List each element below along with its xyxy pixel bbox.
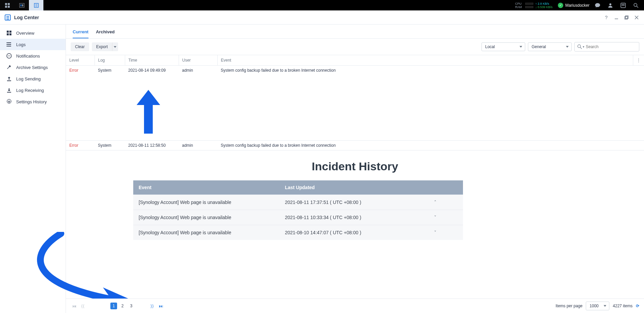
refresh-icon[interactable]: ⟳ [636,304,639,308]
svg-point-34 [9,56,9,56]
col-time[interactable]: Time [125,55,179,66]
svg-rect-2 [5,6,7,8]
svg-point-15 [634,3,637,6]
svg-rect-24 [7,33,9,35]
last-page-button[interactable]: ⏭ [157,303,164,309]
svg-point-38 [8,101,10,102]
wrench-icon [6,64,12,70]
close-button[interactable] [634,15,639,20]
svg-rect-1 [8,3,10,5]
log-table: Level Log Time User Event ⋮ Error System… [66,55,644,150]
incident-col-updated: Last Updated [280,180,407,195]
page-2[interactable]: 2 [119,303,126,309]
category-select[interactable]: General [528,42,572,51]
incident-table: Event Last Updated [Synology Account] We… [133,180,463,240]
chat-icon[interactable] [593,1,602,10]
widgets-icon[interactable] [618,1,628,10]
sidebar-item-logs[interactable]: Logs [0,39,66,50]
gear-icon [6,99,12,105]
svg-rect-4 [20,3,24,7]
col-level[interactable]: Level [66,55,95,66]
system-topbar: CPU↑ 2.8 KB/s RAM↓ 0.539 KB/s ✓ Mariusdo… [0,0,644,10]
download-icon [6,87,12,93]
notifications-icon [6,53,12,59]
svg-point-33 [8,56,8,56]
svg-rect-25 [9,33,11,35]
svg-rect-3 [8,6,10,8]
svg-point-35 [10,56,10,56]
export-button[interactable]: Export [92,42,112,51]
page-3[interactable]: 3 [128,303,135,309]
total-items: 4227 items [613,304,633,308]
taskbar-app-logcenter-active[interactable] [29,0,43,10]
svg-rect-37 [7,92,11,93]
page-1[interactable]: 1 [110,303,117,309]
svg-rect-13 [622,4,625,5]
col-log[interactable]: Log [95,55,125,66]
search-caret-icon: ▾ [583,45,584,48]
chevron-down-icon: ˅ [407,225,463,240]
minimize-button[interactable] [614,15,619,20]
svg-rect-22 [7,31,9,33]
sidebar: Overview Logs Notifications Archive Sett… [0,25,66,313]
sidebar-item-log-sending[interactable]: Log Sending [0,73,66,84]
footer: ⏮ ⟨⟨ 1 2 3 ⟩⟩ ⏭ Items per page 1000 4227… [66,299,644,313]
col-event[interactable]: Event [217,55,633,66]
svg-point-31 [6,46,7,46]
svg-point-39 [578,45,581,48]
items-per-page-select[interactable]: 1000 [586,302,609,310]
overview-icon [6,30,12,36]
col-user[interactable]: User [179,55,217,66]
search-input[interactable] [586,44,636,49]
svg-rect-23 [9,31,11,33]
chevron-down-icon: ˅ [407,210,463,225]
svg-rect-36 [7,80,11,81]
source-select[interactable]: Local [481,42,525,51]
pager: ⏮ ⟨⟨ 1 2 3 ⟩⟩ ⏭ [71,303,164,309]
taskbar-app-1[interactable] [14,0,29,10]
svg-point-29 [6,42,7,43]
toolbar: Clear Export Local General ▾ [66,39,644,55]
annotation-arrow-up [137,90,160,134]
search-icon [577,44,582,49]
next-page-button[interactable]: ⟩⟩ [149,303,155,309]
chevron-up-icon: ˄ [407,195,463,210]
export-dropdown-caret[interactable] [112,42,118,51]
app-icon [5,14,11,21]
help-button[interactable]: ? [604,15,609,20]
svg-rect-6 [22,4,23,6]
system-stats: CPU↑ 2.8 KB/s RAM↓ 0.539 KB/s [513,2,554,9]
sidebar-item-overview[interactable]: Overview [0,27,66,39]
first-page-button[interactable]: ⏮ [71,303,77,309]
col-menu[interactable]: ⋮ [633,55,644,66]
sidebar-item-settings-history[interactable]: Settings History [0,96,66,107]
sidebar-item-log-receiving[interactable]: Log Receiving [0,84,66,96]
svg-line-16 [637,6,638,8]
search-icon[interactable] [631,1,641,10]
log-row[interactable]: Error System 2021-08-11 12:58:50 admin S… [66,140,644,150]
clear-button[interactable]: Clear [71,42,89,51]
apps-button[interactable] [0,0,14,10]
sidebar-item-notifications[interactable]: Notifications [0,50,66,62]
incident-row[interactable]: [Synology Account] Web page is unavailab… [133,210,463,225]
tab-archived[interactable]: Archived [96,29,115,38]
upload-icon [6,76,12,82]
svg-rect-14 [622,5,625,6]
log-row[interactable]: Error System 2021-08-14 09:49:09 admin S… [66,66,644,75]
maximize-button[interactable] [624,15,629,20]
svg-point-30 [6,44,7,45]
incident-col-event: Event [133,180,280,195]
user-icon[interactable] [606,1,615,10]
incident-row[interactable]: [Synology Account] Web page is unavailab… [133,195,463,210]
tab-current[interactable]: Current [73,29,88,38]
svg-rect-18 [625,16,628,19]
search-box[interactable]: ▾ [574,42,639,51]
sidebar-item-archive-settings[interactable]: Archive Settings [0,62,66,73]
username-label: Mariusdocker [565,3,589,8]
user-menu[interactable]: ✓ Mariusdocker [558,3,589,8]
incident-row[interactable]: [Synology Account] Web page is unavailab… [133,225,463,240]
logs-icon [6,41,12,47]
prev-page-button[interactable]: ⟨⟨ [79,303,86,309]
svg-point-11 [609,3,611,5]
window-titlebar: Log Center ? [0,10,644,25]
